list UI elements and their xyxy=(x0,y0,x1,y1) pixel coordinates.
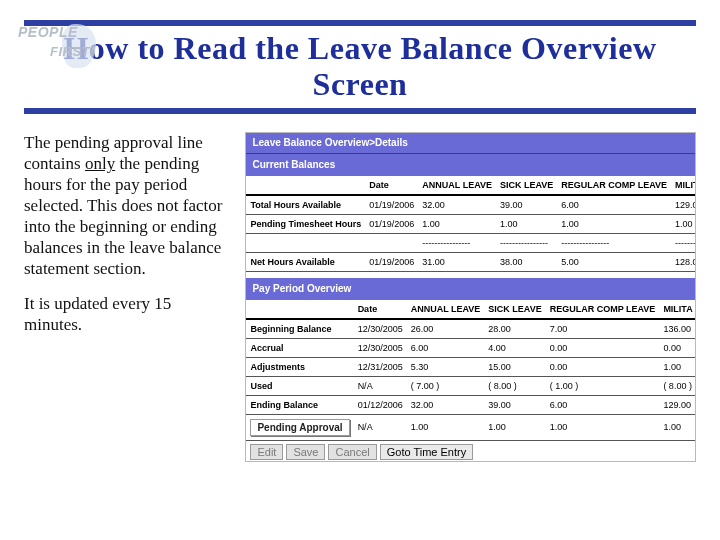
table-row: Ending Balance 01/12/2006 32.00 39.00 6.… xyxy=(246,395,696,414)
col-regcomp: REGULAR COMP LEAVE xyxy=(557,176,671,195)
edit-button[interactable]: Edit xyxy=(250,444,283,460)
col-annual: ANNUAL LEAVE xyxy=(407,300,485,319)
table-row: Used N/A ( 7.00 ) ( 8.00 ) ( 1.00 ) ( 8.… xyxy=(246,376,696,395)
button-bar: Edit Save Cancel Goto Time Entry xyxy=(246,441,695,463)
rule-bottom xyxy=(24,108,696,114)
table-row-dashes: ---------------- ---------------- ------… xyxy=(246,234,696,253)
current-balances-table: Date ANNUAL LEAVE SICK LEAVE REGULAR COM… xyxy=(246,176,696,278)
slide-title: How to Read the Leave Balance Overview S… xyxy=(24,30,696,102)
table-row: Total Hours Available 01/19/2006 32.00 3… xyxy=(246,195,696,215)
table-row: Adjustments 12/31/2005 5.30 15.00 0.00 1… xyxy=(246,357,696,376)
people-first-logo: PEOPLE FIRST! xyxy=(12,20,112,70)
col-regcomp: REGULAR COMP LEAVE xyxy=(546,300,660,319)
goto-time-entry-button[interactable]: Goto Time Entry xyxy=(380,444,473,460)
col-milita: MILITA xyxy=(659,300,696,319)
table-row: Accrual 12/30/2005 6.00 4.00 0.00 0.00 xyxy=(246,338,696,357)
col-milita: MILITA xyxy=(671,176,696,195)
screenshot-panel: Leave Balance Overview>Details Current B… xyxy=(245,132,696,462)
section-current-balances: Current Balances xyxy=(246,154,695,176)
panel-breadcrumb: Leave Balance Overview>Details xyxy=(246,133,695,154)
cancel-button[interactable]: Cancel xyxy=(328,444,376,460)
pay-period-overview-table: Date ANNUAL LEAVE SICK LEAVE REGULAR COM… xyxy=(246,300,696,441)
logo-line2: FIRST! xyxy=(50,44,95,59)
col-date: Date xyxy=(365,176,418,195)
table-row: Beginning Balance 12/30/2005 26.00 28.00… xyxy=(246,319,696,339)
save-button[interactable]: Save xyxy=(286,444,325,460)
rule-top xyxy=(24,20,696,26)
logo-line1: PEOPLE xyxy=(18,24,78,40)
col-sick: SICK LEAVE xyxy=(496,176,557,195)
pending-approval-row: Pending Approval N/A 1.00 1.00 1.00 1.00 xyxy=(246,414,696,440)
explanatory-text: The pending approval line contains only … xyxy=(24,132,227,462)
para1-only: only xyxy=(85,154,115,173)
section-pay-period-overview: Pay Period Overview xyxy=(246,278,695,300)
para2: It is updated every 15 minutes. xyxy=(24,293,227,335)
col-sick: SICK LEAVE xyxy=(484,300,545,319)
col-date: Date xyxy=(354,300,407,319)
table-row: Net Hours Available 01/19/2006 31.00 38.… xyxy=(246,253,696,272)
pending-approval-callout: Pending Approval xyxy=(250,419,349,436)
col-annual: ANNUAL LEAVE xyxy=(418,176,496,195)
table-row: Pending Timesheet Hours 01/19/2006 1.00 … xyxy=(246,215,696,234)
